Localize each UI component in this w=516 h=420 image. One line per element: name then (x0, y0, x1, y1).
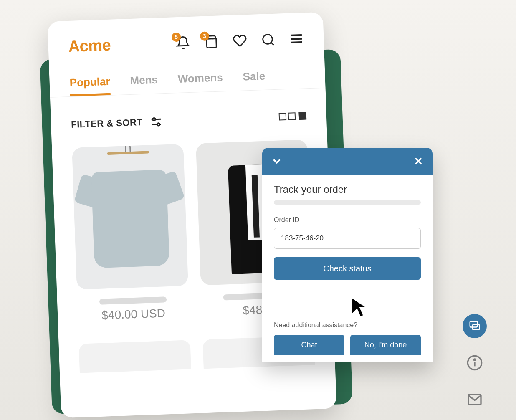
product-title-placeholder (99, 296, 167, 305)
favorites-button[interactable] (233, 33, 247, 48)
product-image (72, 144, 188, 290)
sliders-icon (150, 115, 163, 128)
info-icon (466, 354, 483, 371)
grid-view-icon (279, 112, 296, 122)
shopping-bag-button[interactable]: 3 (204, 34, 219, 49)
tab-sale[interactable]: Sale (243, 70, 266, 91)
svg-point-9 (474, 359, 475, 360)
floating-action-buttons (463, 314, 487, 412)
hamburger-icon (289, 31, 304, 46)
chat-title: Track your order (274, 184, 421, 195)
info-fab[interactable] (463, 351, 487, 375)
assistance-prompt: Need additional assistance? (274, 321, 421, 329)
notification-badge: 5 (172, 32, 181, 42)
tab-womens[interactable]: Womens (177, 71, 223, 93)
svg-point-4 (157, 123, 159, 126)
brand-logo[interactable]: Acme (68, 36, 111, 56)
header-icon-group: 5 3 (176, 31, 304, 50)
order-id-label: Order ID (274, 216, 421, 224)
svg-point-2 (153, 118, 155, 121)
chat-bubble-icon (468, 320, 481, 332)
product-card[interactable]: $40.00 USD (72, 144, 189, 323)
tab-popular[interactable]: Popular (69, 75, 110, 96)
chat-body: Track your order Order ID Check status N… (262, 175, 433, 362)
menu-button[interactable] (289, 31, 304, 46)
close-icon[interactable] (412, 155, 424, 167)
product-card-placeholder (79, 340, 191, 373)
chat-button[interactable]: Chat (274, 335, 344, 355)
filter-sort-button[interactable]: FILTER & SORT (71, 115, 163, 131)
product-price: $40.00 USD (101, 306, 166, 322)
notifications-button[interactable]: 5 (176, 35, 190, 50)
view-toggle[interactable] (279, 112, 307, 122)
mail-icon (466, 391, 483, 408)
list-view-icon (299, 112, 307, 121)
order-id-input[interactable] (274, 228, 421, 249)
check-status-button[interactable]: Check status (274, 257, 421, 280)
assistance-button-row: Chat No, I'm done (274, 335, 421, 355)
search-icon (261, 32, 276, 47)
search-button[interactable] (261, 32, 276, 47)
tab-mens[interactable]: Mens (130, 73, 158, 94)
heart-icon (233, 33, 247, 48)
progress-bar (274, 200, 421, 205)
mail-fab[interactable] (463, 387, 487, 412)
chat-header (262, 148, 433, 175)
bag-badge: 3 (200, 31, 210, 41)
filter-sort-label: FILTER & SORT (71, 117, 143, 130)
chat-widget: Track your order Order ID Check status N… (262, 148, 433, 362)
chevron-down-icon[interactable] (271, 155, 283, 167)
open-chat-fab[interactable] (463, 314, 487, 338)
done-button[interactable]: No, I'm done (350, 335, 421, 355)
